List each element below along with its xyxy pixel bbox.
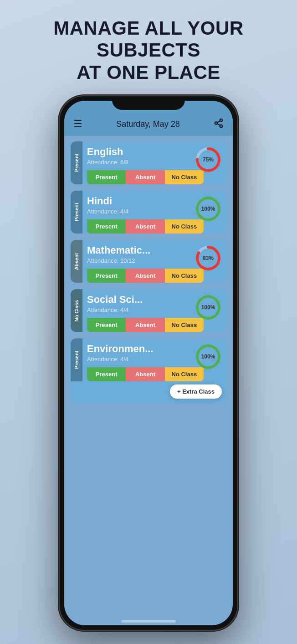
attendance-label-hindi: Attendance: 4/4 [87, 208, 204, 215]
action-bar-environment: PresentAbsentNo Class [87, 367, 204, 381]
subject-card-social: No ClassSocial Sci...Attendance: 4/4Pres… [71, 289, 226, 332]
action-bar-math: PresentAbsentNo Class [87, 269, 204, 283]
extra-class-btn-environment[interactable]: + Extra Class [170, 384, 222, 399]
home-indicator [121, 620, 176, 623]
donut-social: 100% [195, 294, 222, 321]
donut-hindi: 100% [195, 195, 222, 223]
donut-text-hindi: 100% [201, 206, 215, 212]
btn-present-social[interactable]: Present [87, 318, 126, 332]
action-bar-english: PresentAbsentNo Class [87, 170, 204, 184]
subject-name-hindi: Hindi [87, 195, 204, 207]
subject-name-math: Mathematic... [87, 244, 204, 256]
donut-text-social: 100% [201, 304, 215, 311]
btn-absent-math[interactable]: Absent [126, 269, 164, 283]
btn-present-environment[interactable]: Present [87, 367, 126, 381]
page-title: MANAGE ALL YOUR SUBJECTS AT ONE PLACE [53, 17, 243, 83]
svg-line-4 [217, 121, 220, 123]
status-tab-hindi: Present [71, 191, 82, 234]
subject-card-hindi: PresentHindiAttendance: 4/4PresentAbsent… [71, 191, 226, 234]
subject-name-social: Social Sci... [87, 294, 204, 306]
notch [112, 96, 185, 110]
subject-card-environment: PresentEnvironmen...Attendance: 4/4Prese… [71, 338, 226, 403]
date-label: Saturday, May 28 [116, 119, 180, 129]
status-tab-environment: Present [71, 338, 82, 381]
btn-present-hindi[interactable]: Present [87, 219, 126, 234]
donut-text-english: 75% [203, 156, 214, 163]
screen: ☰ Saturday, May 28 PresentEnglishAttenda… [64, 101, 233, 625]
share-icon[interactable] [214, 118, 224, 130]
donut-math: 83% [195, 244, 222, 272]
subject-name-english: English [87, 146, 204, 158]
attendance-label-social: Attendance: 4/4 [87, 306, 204, 313]
btn-absent-english[interactable]: Absent [126, 170, 164, 184]
btn-absent-social[interactable]: Absent [126, 318, 164, 332]
btn-present-english[interactable]: Present [87, 170, 126, 184]
attendance-label-english: Attendance: 6/8 [87, 159, 204, 166]
status-tab-social: No Class [71, 289, 82, 332]
action-bar-hindi: PresentAbsentNo Class [87, 219, 204, 234]
svg-line-3 [217, 124, 220, 125]
phone-shell: ☰ Saturday, May 28 PresentEnglishAttenda… [60, 96, 237, 630]
btn-present-math[interactable]: Present [87, 269, 126, 283]
subject-name-environment: Environmen... [87, 343, 204, 355]
status-tab-math: Absent [71, 240, 82, 283]
btn-absent-environment[interactable]: Absent [126, 367, 164, 381]
donut-english: 75% [195, 146, 222, 173]
content-scroll[interactable]: PresentEnglishAttendance: 6/8PresentAbse… [64, 136, 233, 624]
donut-environment: 100% [195, 343, 222, 370]
action-bar-social: PresentAbsentNo Class [87, 318, 204, 332]
subject-card-english: PresentEnglishAttendance: 6/8PresentAbse… [71, 141, 226, 184]
status-tab-english: Present [71, 141, 82, 184]
donut-text-environment: 100% [201, 353, 215, 360]
menu-icon[interactable]: ☰ [73, 118, 82, 130]
subject-card-math: AbsentMathematic...Attendance: 10/12Pres… [71, 240, 226, 283]
btn-absent-hindi[interactable]: Absent [126, 219, 164, 234]
attendance-label-math: Attendance: 10/12 [87, 257, 204, 264]
attendance-label-environment: Attendance: 4/4 [87, 356, 204, 363]
donut-text-math: 83% [203, 255, 214, 261]
